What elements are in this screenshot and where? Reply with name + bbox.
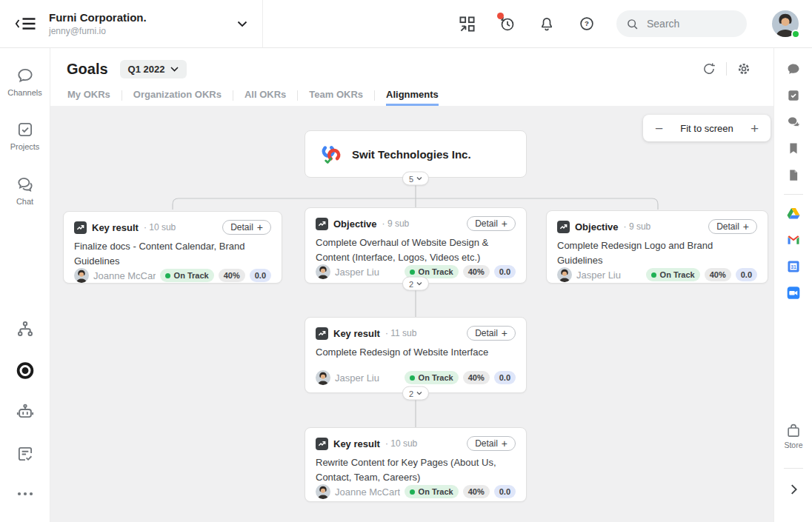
- period-selector[interactable]: Q1 2022: [120, 60, 187, 78]
- bookmark-icon[interactable]: [786, 141, 801, 156]
- apps-grid-icon[interactable]: [456, 13, 477, 34]
- plus-icon: +: [502, 328, 508, 338]
- right-sidebar: 31 Store: [773, 48, 812, 522]
- search-box[interactable]: [616, 10, 747, 37]
- tab-alignments[interactable]: Alignments: [386, 85, 439, 106]
- tab-team-okrs[interactable]: Team OKRs: [309, 85, 363, 106]
- okr-card-key-result[interactable]: Key result · 10 sub Detail+ Rewrite Cont…: [304, 427, 527, 502]
- history-icon[interactable]: [496, 13, 517, 34]
- page-title: Goals: [67, 61, 108, 78]
- plus-icon: +: [257, 222, 263, 232]
- detail-button[interactable]: Detail+: [708, 219, 757, 234]
- card-footer: Jasper Liu On Track 40% 0.0: [316, 370, 516, 385]
- progress-badge: 40%: [463, 265, 490, 278]
- refresh-icon[interactable]: [699, 58, 719, 79]
- notifications-bell-icon[interactable]: [536, 13, 557, 34]
- period-label: Q1 2022: [128, 64, 165, 75]
- google-meet-icon[interactable]: [785, 285, 801, 301]
- detail-button[interactable]: Detail+: [222, 220, 271, 235]
- zoom-control: − Fit to screen +: [643, 115, 771, 141]
- card-header: Objective · 9 sub Detail+: [557, 219, 757, 234]
- left-sidebar: Channels Projects Chat: [0, 48, 50, 522]
- notification-dot-icon: [497, 13, 504, 19]
- owner-name: Jasper Liu: [576, 270, 642, 281]
- help-icon[interactable]: ?: [576, 13, 597, 34]
- tab-organization-okrs[interactable]: Organization OKRs: [133, 85, 222, 106]
- google-drive-icon[interactable]: [786, 206, 801, 221]
- collapse-sidebar-icon[interactable]: [15, 16, 37, 32]
- bot-icon[interactable]: [15, 403, 35, 423]
- okr-card-key-result[interactable]: Key result · 11 sub Detail+ Complete Red…: [304, 317, 527, 393]
- workspace-switcher[interactable]: Furni Corporation. jenny@furni.io: [0, 0, 263, 47]
- tab-all-okrs[interactable]: All OKRs: [244, 85, 286, 106]
- tasks-icon[interactable]: [786, 88, 801, 103]
- expand-collapse-badge[interactable]: 2: [402, 387, 429, 401]
- sidebar-label: Channels: [7, 88, 41, 97]
- notes-icon[interactable]: [16, 444, 35, 464]
- expand-collapse-badge[interactable]: 5: [402, 172, 429, 186]
- score-badge: 0.0: [494, 485, 516, 498]
- gmail-icon[interactable]: [786, 232, 801, 247]
- divider: [233, 90, 233, 101]
- child-count: 2: [409, 389, 413, 398]
- sidebar-item-channels[interactable]: Channels: [0, 66, 50, 97]
- plus-icon: +: [743, 221, 749, 232]
- card-type-label: Key result: [333, 328, 380, 339]
- divider: [726, 62, 727, 76]
- org-chart-icon[interactable]: [15, 319, 35, 339]
- child-count: 2: [409, 279, 413, 288]
- okr-card-key-result[interactable]: Key result · 10 sub Detail+ Finalize doc…: [63, 211, 282, 284]
- expand-collapse-badge[interactable]: 2: [402, 277, 429, 291]
- zoom-in-button[interactable]: +: [748, 121, 761, 135]
- detail-button[interactable]: Detail+: [467, 326, 516, 341]
- more-options-icon[interactable]: [16, 488, 35, 500]
- divider: [784, 194, 803, 195]
- card-type-label: Objective: [575, 221, 619, 232]
- goals-header: Goals Q1 2022: [50, 48, 773, 85]
- google-calendar-icon[interactable]: 31: [786, 259, 801, 274]
- score-badge: 0.0: [250, 269, 271, 282]
- comments-icon[interactable]: [785, 61, 801, 77]
- zoom-level-label: Fit to screen: [680, 123, 733, 134]
- objective-type-icon: [557, 221, 570, 233]
- key-result-type-icon: [74, 221, 87, 234]
- topbar: Furni Corporation. jenny@furni.io: [0, 0, 812, 48]
- workspace-email: jenny@furni.io: [49, 26, 225, 36]
- status-dot-icon: [410, 375, 415, 381]
- group-chat-icon[interactable]: [785, 115, 801, 130]
- okr-card-objective[interactable]: Objective · 9 sub Detail+ Complete Overh…: [304, 207, 527, 284]
- goals-target-icon-active[interactable]: [15, 361, 35, 381]
- files-icon[interactable]: [786, 167, 800, 183]
- divider: [122, 90, 122, 101]
- sidebar-item-chat[interactable]: Chat: [0, 175, 50, 206]
- card-footer: Joanne McCarthy On Track 40% 0.0: [74, 268, 271, 283]
- expand-panel-icon[interactable]: [785, 481, 802, 498]
- store-label: Store: [774, 441, 812, 449]
- okr-card-objective[interactable]: Objective · 9 sub Detail+ Complete Redes…: [546, 210, 768, 284]
- progress-badge: 40%: [219, 269, 245, 282]
- plus-icon: +: [502, 218, 508, 229]
- goals-tabs: My OKRs Organization OKRs All OKRs Team …: [50, 85, 773, 106]
- card-header: Key result · 10 sub Detail+: [74, 220, 271, 235]
- user-avatar[interactable]: [772, 10, 799, 37]
- divider: [374, 90, 375, 101]
- zoom-out-button[interactable]: −: [653, 121, 665, 135]
- header-actions: [699, 58, 754, 79]
- detail-button[interactable]: Detail+: [467, 436, 516, 451]
- status-badge: On Track: [646, 268, 700, 281]
- owner-avatar: [316, 484, 330, 499]
- chevron-down-icon[interactable]: [237, 21, 247, 27]
- status-dot-icon: [410, 270, 415, 275]
- search-input[interactable]: [645, 17, 737, 30]
- org-root-card[interactable]: Swit Technologies Inc.: [304, 130, 527, 178]
- settings-gear-icon[interactable]: [733, 58, 754, 79]
- detail-button[interactable]: Detail+: [467, 216, 516, 231]
- sidebar-item-projects[interactable]: Projects: [0, 120, 50, 151]
- store-icon[interactable]: [785, 422, 802, 439]
- owner-avatar: [316, 370, 330, 385]
- card-header: Key result · 10 sub Detail+: [316, 436, 516, 451]
- tab-my-okrs[interactable]: My OKRs: [67, 85, 110, 106]
- swit-logo-icon: [320, 143, 342, 165]
- alignment-canvas[interactable]: − Fit to screen + Swit Technologies Inc.…: [50, 106, 773, 522]
- sidebar-label: Chat: [16, 197, 33, 206]
